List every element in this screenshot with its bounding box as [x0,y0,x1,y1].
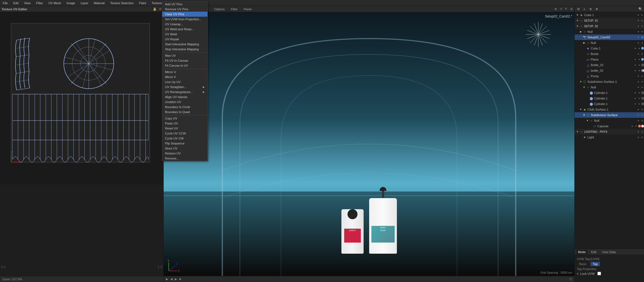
vis-icon: ● [640,119,644,122]
menu-uv-unwrap[interactable]: UV Unwrap... [162,22,207,27]
mesh-icon: △ [586,68,590,73]
toolbar-icon-lock[interactable]: 🔒 [153,7,157,11]
right-tool-3[interactable]: ⊕ [588,7,593,12]
bottle-small: 300FH [341,209,364,254]
menu-paste-uv[interactable]: Paste UV [162,121,207,126]
tag-tab-item[interactable]: Tag [590,262,600,266]
tree-item-cam02[interactable]: 📷 Setup02_Cam02 ● ◉ [575,34,644,40]
menu-stop-interactive-mapping[interactable]: Stop Interactive Mapping [162,47,207,52]
menu-clear-uv-pins[interactable]: Clear UV Pins [162,12,207,17]
menu-restore-uv[interactable]: Restore UV [162,151,207,156]
tree-item-null3[interactable]: ▼ ○ Null ● ● [575,84,644,90]
lock-uvw-checkbox[interactable] [597,272,601,275]
menu-cycle-uv-ccw[interactable]: Cycle UV CCW [162,131,207,136]
light-icon: ☀ [582,135,587,139]
3d-viewport[interactable]: 300FH 300FHPUMP Perspective [164,12,574,276]
menu-mirror-u[interactable]: Mirror U [162,69,207,74]
tree-item-light[interactable]: ☀ Light ● ● [575,134,644,140]
bottom-icon-stop[interactable]: ■ [179,277,181,281]
menu-material[interactable]: Material [93,1,106,5]
menu-mirror-v[interactable]: Mirror V [162,74,207,79]
bottom-icon-next[interactable]: ▶ [175,277,177,281]
mode-button[interactable]: Mode [576,250,587,254]
capsule-icon: ⬭ [592,124,597,128]
menu-uv-straighten[interactable]: UV Straighten... ▶ [162,84,207,89]
tree-item-pump[interactable]: △ Pump ● ● [575,73,644,79]
viewport-tab-panel[interactable]: Panel [242,7,253,11]
menu-max-uv[interactable]: Max UV [162,53,207,58]
tree-item-plane[interactable]: ▭ Plane ● ● [575,57,644,62]
menu-view[interactable]: View [23,1,32,5]
tree-item-setup01[interactable]: ▼ ○ SETUP_01 ● ● [575,18,644,23]
tree-item-null4[interactable]: ▼ ○ Null ● ● [575,118,644,123]
menu-reset-uv[interactable]: Reset UV [162,126,207,131]
menu-remove[interactable]: Remove... [162,156,207,161]
menu-align-uv-islands[interactable]: Align UV Islands [162,94,207,99]
edit-button[interactable]: Edit [590,250,598,254]
tree-item-subdiv1[interactable]: ▼ ⬡ Subdivision Surface.1 ● ● [575,79,644,84]
viewport-icon-2[interactable]: ↺ [560,7,562,11]
toolbar-icon-settings[interactable]: ⚙ [159,7,162,11]
menu-add-uv-pins[interactable]: Add UV Pins [162,2,207,7]
menu-remove-uv-pins[interactable]: Remove UV Pins [162,7,207,12]
menu-uv-weld-relax[interactable]: UV Weld and Relax... [162,27,207,32]
viewport-tab-options[interactable]: Options [212,7,226,11]
viewport-tab-filter[interactable]: Filter [229,7,239,11]
right-tool-1[interactable]: ⊞ [576,7,581,12]
menu-store-uv[interactable]: Store UV [162,146,207,151]
viewport-icon-1[interactable]: ⊞ [554,7,557,11]
right-tool-4[interactable]: ⊗ [594,7,599,12]
menu-start-interactive-mapping[interactable]: Start Interactive Mapping [162,42,207,47]
menu-cycle-uv-cw[interactable]: Cycle UV CW [162,136,207,141]
viewport-icon-4[interactable]: ⊞ [570,7,573,11]
menu-fit-uv-to-canvas[interactable]: Fit UV to Canvas [162,58,207,63]
tree-item-bottle02[interactable]: △ bottle_02 ● ● [575,68,644,73]
menu-copy-uv[interactable]: Copy UV [162,116,207,121]
vis-icons: ● ● [637,25,644,28]
right-tool-2[interactable]: ≡ [582,7,587,12]
menu-file[interactable]: File [2,1,9,5]
menu-uv-mesh[interactable]: UV Mesh [47,1,62,5]
tree-item-null1[interactable]: ▶ ○ Null ● ● [575,29,644,34]
menu-boundary-to-quad[interactable]: Boundary to Quad [162,109,207,114]
menu-boundary-to-circle[interactable]: Boundary to Circle [162,104,207,109]
menu-image[interactable]: Image [65,1,76,5]
bottom-icons-left: ▶ ◀ ▶ ■ [166,277,181,281]
tree-item-cyl1b[interactable]: ⬤ Cylinder.1 ● ● [575,96,644,101]
tree-item-cyl1c[interactable]: ⬤ Cylinder.1 ● ● [575,101,644,107]
menu-uv-rectangularize[interactable]: UV Rectangularize... ▶ [162,89,207,94]
tree-item-setup02[interactable]: ▼ ○ SETUP_02 ● ● [575,23,644,29]
menu-uv-repair[interactable]: UV Repair [162,37,207,42]
menu-fit-canvas-to-uv[interactable]: Fit Canvas to UV [162,63,207,68]
vis-icon: ● [637,86,640,89]
menu-edit[interactable]: Edit [12,1,20,5]
menu-line-up-uv[interactable]: Line Up UV [162,79,207,84]
tree-item-lighting[interactable]: ▼ ○ LIGHTING - PHYS ● ● [575,129,644,134]
uv-canvas[interactable]: 0, 1 1, 1 0, 0 1, 0 [0,12,163,276]
basic-tab-item[interactable]: Basic [577,262,589,266]
tree-item-bottle01[interactable]: △ Bottle_01 ● ● [575,62,644,68]
menu-uv-weld[interactable]: UV Weld [162,32,207,37]
bottom-icon-play[interactable]: ▶ [166,277,168,281]
tree-item-subdiv2[interactable]: ▼ ⬡ Subdivision Surface ● ● [575,112,644,118]
viewport-icon-3[interactable]: ⇱ [565,7,567,11]
vis-icon: ● [633,47,637,50]
tree-item-cloth1[interactable]: ▼ ◈ Cloth Surface.1 ● ● [575,107,644,112]
user-data-button[interactable]: User Data [600,250,618,254]
tree-item-null2[interactable]: ▶ ○ Null ● ● [575,40,644,46]
bottom-icon-prev[interactable]: ◀ [170,277,173,281]
menu-layer[interactable]: Layer [80,1,90,5]
tree-item-cube1[interactable]: ▼ ■ Cube 1 ● ● [575,12,644,18]
menu-texture-sel[interactable]: Texture Selection [109,1,135,5]
tree-item-capsule[interactable]: ⬭ Capsule ● ● [575,123,644,129]
bottom-icon-timeline[interactable]: ⏱ [569,278,572,281]
tree-item-cube-1[interactable]: ■ Cube.1 ● ● [575,46,644,51]
menu-unstitch-uv[interactable]: Unstitch UV [162,99,207,104]
menu-flip-sequence[interactable]: Flip Sequence [162,141,207,146]
menu-set-uvw-from-proj[interactable]: Set UVW from Projection... [162,17,207,22]
right-tool-search[interactable]: 🔍 [638,7,643,12]
menu-paint[interactable]: Paint [138,1,147,5]
menu-filter[interactable]: Filter [35,1,44,5]
tree-item-boole[interactable]: ⊃ Boole ● ● [575,51,644,57]
tree-item-cyl1a[interactable]: ⬤ Cylinder.1 ● ● [575,90,644,96]
